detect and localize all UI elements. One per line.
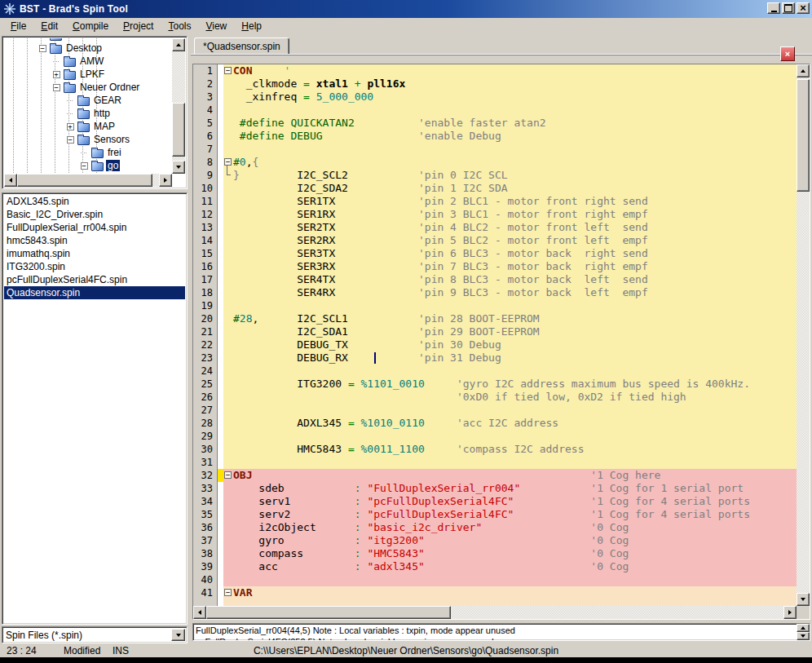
code-line[interactable]: 2 _clkmode = xtal1 + pll16x <box>193 77 797 91</box>
expand-icon[interactable]: + <box>53 71 60 78</box>
code-line[interactable]: 23 DEBUG_RX 'pin 31 Debug <box>193 351 797 365</box>
scroll-down-icon[interactable] <box>172 161 185 174</box>
tree-item-amw[interactable]: AMW <box>4 55 172 68</box>
tree-item-go[interactable]: −go <box>4 159 172 172</box>
expand-icon[interactable]: + <box>67 123 74 130</box>
code-line[interactable]: 14 SER2RX 'pin 5 BLC2 - motor front left… <box>193 234 797 247</box>
code-line[interactable]: 29 <box>193 430 797 443</box>
scroll-up-icon[interactable] <box>797 64 810 77</box>
fold-collapse-icon[interactable]: − <box>224 158 232 166</box>
file-item[interactable]: FullDuplexSerial_rr004.spin <box>4 221 185 234</box>
code-line[interactable]: 1−CON ' <box>193 64 797 77</box>
file-item[interactable]: ITG3200.spin <box>4 260 185 273</box>
code-line[interactable]: 12 SER1RX 'pin 3 BLC1 - motor front righ… <box>193 208 797 221</box>
file-item[interactable]: pcFullDuplexSerial4FC.spin <box>4 273 185 286</box>
file-filter-combo[interactable]: Spin Files (*.spin) <box>2 626 188 643</box>
spin-file-list[interactable]: ADXL345.spinBasic_I2C_Driver.spinFullDup… <box>4 195 185 622</box>
editor-close-button[interactable] <box>780 46 795 61</box>
file-item[interactable]: Basic_I2C_Driver.spin <box>4 208 185 221</box>
editor-lines[interactable]: 1−CON '2 _clkmode = xtal1 + pll16x3 _xin… <box>193 64 797 606</box>
code-line[interactable]: 22 DEBUG_TX 'pin 30 Debug <box>193 338 797 351</box>
code-line[interactable]: 15 SER3TX 'pin 6 BLC3 - motor back right… <box>193 247 797 260</box>
tree-item-http[interactable]: http <box>4 107 172 120</box>
tree-item-frei[interactable]: frei <box>4 146 172 159</box>
scroll-down-icon[interactable] <box>797 632 810 640</box>
fold-collapse-icon[interactable]: − <box>224 67 232 74</box>
fold-collapse-icon[interactable]: − <box>224 589 232 596</box>
editor-hscroll-thumb[interactable] <box>206 606 451 619</box>
code-line[interactable]: 32−OBJ '1 Cog here <box>193 469 797 482</box>
close-button[interactable] <box>797 2 810 14</box>
code-line[interactable]: 13 SER2TX 'pin 4 BLC2 - motor front left… <box>193 221 797 234</box>
editor-horizontal-scrollbar[interactable] <box>193 606 797 619</box>
code-line[interactable]: 7 <box>193 143 797 156</box>
code-line[interactable]: 20#28, I2C_SCL1 'pin 28 BOOT-EEPROM <box>193 312 797 325</box>
scroll-up-icon[interactable] <box>172 38 185 51</box>
code-line[interactable]: 21 I2C_SDA1 'pin 29 BOOT-EEPROM <box>193 325 797 338</box>
code-line[interactable]: 10 I2C_SDA2 'pin 1 I2C SDA <box>193 182 797 195</box>
scroll-left-icon[interactable] <box>193 606 206 619</box>
collapse-icon[interactable]: − <box>67 136 74 144</box>
menu-compile[interactable]: Compile <box>65 19 116 33</box>
tree-vertical-scrollbar[interactable] <box>172 38 185 174</box>
menu-edit[interactable]: Edit <box>33 19 65 33</box>
file-item[interactable]: Quadsensor.spin <box>4 286 185 299</box>
tree-item-desktop[interactable]: −Desktop <box>4 42 172 55</box>
code-line[interactable]: 18 SER4RX 'pin 9 BLC3 - motor back left … <box>193 286 797 299</box>
menu-file[interactable]: File <box>3 19 33 33</box>
menu-view[interactable]: View <box>198 19 234 33</box>
tab-quadsensor[interactable]: *Quadsensor.spin <box>194 38 289 55</box>
folder-tree[interactable]: Contacts−DesktopAMW+LPKF−Neuer OrdnerGEA… <box>4 38 172 174</box>
code-line[interactable]: 28 ADXL345 = %1010_0110 'acc I2C address <box>193 417 797 430</box>
code-line[interactable]: 16 SER3RX 'pin 7 BLC3 - motor back right… <box>193 260 797 273</box>
minimize-button[interactable] <box>767 2 780 14</box>
code-line[interactable]: 39 acc : "adxl345" '0 Cog <box>193 560 797 573</box>
scroll-up-icon[interactable] <box>797 624 810 632</box>
code-line[interactable]: 38 compass : "HMC5843" '0 Cog <box>193 547 797 560</box>
compiler-note[interactable]: pcFullDuplexSerial4FC(252,5) Note : Loca… <box>196 636 794 640</box>
file-item[interactable]: imumathq.spin <box>4 247 185 260</box>
code-line[interactable]: 4 <box>193 104 797 117</box>
tree-hscroll-thumb[interactable] <box>17 174 152 187</box>
editor-vertical-scrollbar[interactable] <box>797 64 810 606</box>
code-line[interactable]: 33 sdeb : "FullDuplexSerial_rr004" '1 Co… <box>193 482 797 495</box>
collapse-icon[interactable]: − <box>53 84 60 91</box>
code-line[interactable]: 31 <box>193 456 797 469</box>
compiler-note[interactable]: FullDuplexSerial_rr004(44,5) Note : Loca… <box>196 625 794 636</box>
code-line[interactable]: 27 <box>193 404 797 417</box>
code-line[interactable]: 37 gyro : "itg3200" '0 Cog <box>193 534 797 547</box>
message-scrollbar[interactable] <box>797 624 810 640</box>
code-line[interactable]: 8−#0,{ <box>193 156 797 169</box>
collapse-icon[interactable]: − <box>81 162 88 170</box>
code-line[interactable]: 9} I2C_SCL2 'pin 0 I2C SCL <box>193 169 797 182</box>
code-line[interactable]: 19 <box>193 299 797 312</box>
collapse-icon[interactable]: − <box>39 45 46 52</box>
code-line[interactable]: 36 i2cObject : "basic_i2c_driver" '0 Cog <box>193 521 797 534</box>
tree-item-lpkf[interactable]: +LPKF <box>4 68 172 81</box>
tree-vscroll-thumb[interactable] <box>172 103 185 157</box>
code-line[interactable]: 35 serv2 : "pcFullDuplexSerial4FC" '1 Co… <box>193 508 797 521</box>
menu-tools[interactable]: Tools <box>161 19 198 33</box>
code-line[interactable]: 11 SER1TX 'pin 2 BLC1 - motor front righ… <box>193 195 797 208</box>
code-line[interactable]: 3 _xinfreq = 5_000_000 <box>193 91 797 104</box>
file-item[interactable]: hmc5843.spin <box>4 234 185 247</box>
code-line[interactable]: 40 <box>193 573 797 586</box>
code-line[interactable]: 6 #define DEBUG 'enable Debug <box>193 130 797 143</box>
fold-collapse-icon[interactable]: − <box>224 471 232 479</box>
code-line[interactable]: 24 <box>193 365 797 378</box>
menu-project[interactable]: Project <box>116 19 161 33</box>
code-line[interactable]: 25 ITG3200 = %1101_0010 'gyro I2C addres… <box>193 378 797 391</box>
tree-horizontal-scrollbar[interactable] <box>4 174 172 187</box>
tree-item-neuer-ordner[interactable]: −Neuer Ordner <box>4 81 172 94</box>
code-line[interactable]: 17 SER4TX 'pin 8 BLC3 - motor back left … <box>193 273 797 286</box>
combo-dropdown-button[interactable] <box>171 629 185 641</box>
scroll-down-icon[interactable] <box>797 593 810 606</box>
tree-item-gear[interactable]: GEAR <box>4 94 172 107</box>
tree-item-map[interactable]: +MAP <box>4 120 172 133</box>
code-line[interactable]: 26 '0xD0 if tied low, 0xD2 if tied high <box>193 391 797 404</box>
code-line[interactable]: 41−VAR <box>193 586 797 599</box>
scroll-right-icon[interactable] <box>783 606 797 619</box>
scroll-right-icon[interactable] <box>159 174 172 187</box>
maximize-button[interactable] <box>782 2 795 14</box>
code-line[interactable]: 34 serv1 : "pcFullDuplexSerial4FC" '1 Co… <box>193 495 797 508</box>
